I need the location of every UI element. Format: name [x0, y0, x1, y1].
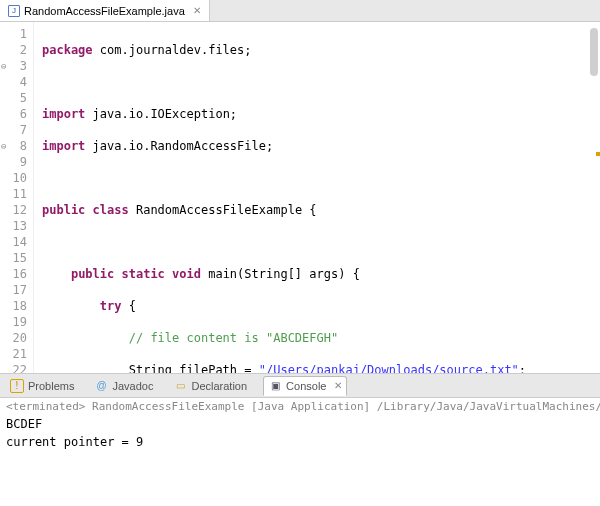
declaration-icon: ▭ — [173, 379, 187, 393]
tab-javadoc[interactable]: @ Javadoc — [90, 377, 157, 395]
editor-tab-label: RandomAccessFileExample.java — [24, 5, 185, 17]
views-tab-bar: ! Problems @ Javadoc ▭ Declaration ▣ Con… — [0, 374, 600, 398]
warning-marker[interactable] — [596, 152, 600, 156]
tab-label: Problems — [28, 380, 74, 392]
editor-scrollbar[interactable] — [586, 22, 600, 373]
java-file-icon: J — [8, 5, 20, 17]
tab-problems[interactable]: ! Problems — [6, 377, 78, 395]
problems-icon: ! — [10, 379, 24, 393]
console-output-line: current pointer = 9 — [0, 433, 600, 451]
fold-marker-icon[interactable]: ⊖ — [1, 138, 6, 154]
line-number-gutter: 1 2 ⊖3 4 5 6 7 ⊖8 9 10 11 12 13 14 15 16… — [0, 22, 34, 373]
console-icon: ▣ — [268, 379, 282, 393]
tab-label: Declaration — [191, 380, 247, 392]
console-output-line: BCDEF — [0, 415, 600, 433]
editor-tab[interactable]: J RandomAccessFileExample.java ✕ — [0, 0, 210, 21]
console-view[interactable]: <terminated> RandomAccessFileExample [Ja… — [0, 398, 600, 451]
tab-console[interactable]: ▣ Console ✕ — [263, 376, 347, 396]
editor-tab-bar: J RandomAccessFileExample.java ✕ — [0, 0, 600, 22]
code-area[interactable]: package com.journaldev.files; import jav… — [34, 22, 600, 373]
close-icon[interactable]: ✕ — [193, 5, 201, 16]
console-status: <terminated> RandomAccessFileExample [Ja… — [0, 398, 600, 415]
javadoc-icon: @ — [94, 379, 108, 393]
scrollbar-thumb[interactable] — [590, 28, 598, 76]
code-editor[interactable]: 1 2 ⊖3 4 5 6 7 ⊖8 9 10 11 12 13 14 15 16… — [0, 22, 600, 374]
tab-label: Javadoc — [112, 380, 153, 392]
tab-label: Console — [286, 380, 326, 392]
close-icon[interactable]: ✕ — [334, 380, 342, 391]
fold-marker-icon[interactable]: ⊖ — [1, 58, 6, 74]
tab-declaration[interactable]: ▭ Declaration — [169, 377, 251, 395]
